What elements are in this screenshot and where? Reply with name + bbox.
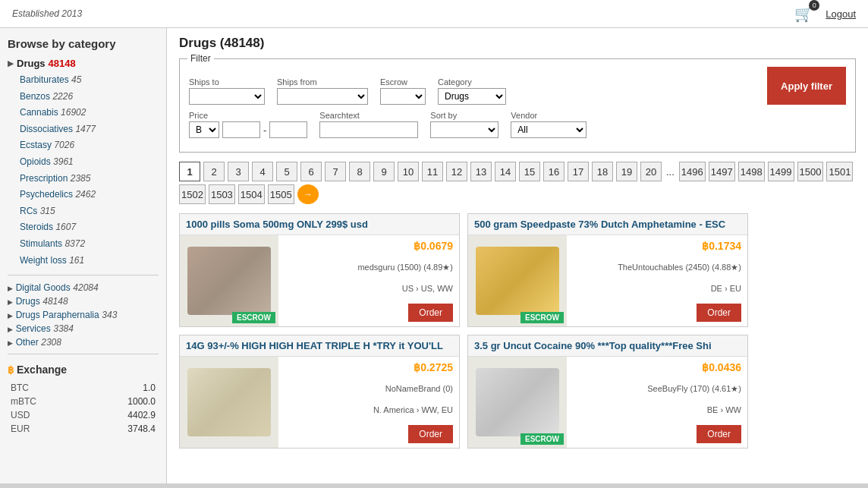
product-title[interactable]: 1000 pills Soma 500mg ONLY 299$ usd — [180, 214, 459, 235]
product-vendor[interactable]: TheUntouchables (2450) (4.88★) — [573, 263, 741, 272]
product-title[interactable]: 500 gram Speedpaste 73% Dutch Amphetamin… — [468, 214, 747, 235]
escrow-select[interactable] — [380, 88, 426, 105]
price-max-input[interactable] — [269, 121, 307, 138]
category-select[interactable]: Drugs — [438, 88, 506, 105]
sidebar-other-cat-drugs-paraphernalia[interactable]: ▶ Drugs Paraphernalia 343 — [8, 309, 159, 320]
price-currency-select[interactable]: B — [189, 121, 219, 138]
price-inputs: B - — [189, 121, 307, 138]
page-btn-13[interactable]: 13 — [470, 162, 492, 181]
page-btn-1505[interactable]: 1505 — [268, 184, 294, 204]
sidebar-divider-2 — [8, 354, 159, 354]
sidebar-subcat-stimulants[interactable]: Stimulants 8372 — [20, 236, 159, 253]
product-image: ESCROW — [180, 235, 278, 326]
exchange-row-eur: EUR3748.4 — [9, 423, 157, 435]
page-btn-6[interactable]: 6 — [300, 162, 322, 181]
product-title[interactable]: 3.5 gr Uncut Cocaine 90% ***Top quality*… — [468, 335, 747, 357]
sidebar-subcat-dissociatives[interactable]: Dissociatives 1477 — [20, 121, 159, 138]
page-btn-4[interactable]: 4 — [252, 162, 273, 181]
product-ships: BE › WW — [573, 405, 741, 414]
sidebar-other-cat-drugs[interactable]: ▶ Drugs 48148 — [8, 295, 159, 307]
page-btn-1502[interactable]: 1502 — [179, 184, 206, 204]
price-min-input[interactable] — [222, 121, 260, 138]
sidebar-other-cat-services[interactable]: ▶ Services 3384 — [8, 323, 159, 334]
ships-from-select[interactable] — [277, 88, 368, 105]
exchange-box: ฿ Exchange BTC1.0mBTC1000.0USD4402.9EUR3… — [8, 364, 159, 436]
page-btn-1[interactable]: 1 — [179, 162, 200, 181]
page-btn-5[interactable]: 5 — [276, 162, 297, 181]
product-vendor[interactable]: NoNameBrand (0) — [285, 384, 453, 393]
order-button[interactable]: Order — [697, 425, 741, 443]
searchtext-input[interactable] — [319, 121, 418, 138]
product-title[interactable]: 14G 93+/-% HIGH HIGH HEAT TRIPLE H *TRY … — [180, 335, 459, 357]
ships-from-label: Ships from — [277, 77, 368, 87]
sidebar-subcat-psychedelics[interactable]: Psychedelics 2462 — [20, 187, 159, 203]
other-arrow: ▶ — [8, 285, 13, 292]
page-btn-1503[interactable]: 1503 — [209, 184, 235, 204]
page-btn-14[interactable]: 14 — [495, 162, 516, 181]
page-btn-1500[interactable]: 1500 — [797, 162, 824, 181]
price-group: Price B - — [189, 111, 307, 138]
page-btn-1504[interactable]: 1504 — [238, 184, 265, 204]
logout-button[interactable]: Logout — [826, 8, 856, 20]
page-btn-18[interactable]: 18 — [592, 162, 613, 181]
vendor-group: Vendor All — [511, 111, 587, 138]
sidebar-subcat-rcs[interactable]: RCs 315 — [20, 203, 159, 220]
apply-filter-button[interactable]: Apply filter — [767, 67, 846, 105]
product-card: 14G 93+/-% HIGH HIGH HEAT TRIPLE H *TRY … — [179, 335, 460, 449]
sidebar-subcat-barbiturates[interactable]: Barbiturates 45 — [20, 72, 159, 89]
cart-icon[interactable]: 🛒 0 — [794, 5, 813, 23]
page-btn-10[interactable]: 10 — [398, 162, 419, 181]
sidebar-other-cat-other[interactable]: ▶ Other 2308 — [8, 336, 159, 348]
product-price: ฿0.0679 — [285, 240, 453, 252]
other-cat-name: Services — [16, 323, 51, 334]
page-btn-1501[interactable]: 1501 — [826, 162, 853, 181]
pagination-next-arrow[interactable]: → — [297, 184, 319, 204]
sort-by-select[interactable] — [430, 121, 498, 138]
page-btn-15[interactable]: 15 — [519, 162, 540, 181]
subcat-name: Ecstasy — [20, 140, 52, 150]
page-btn-17[interactable]: 17 — [568, 162, 589, 181]
page-btn-9[interactable]: 9 — [373, 162, 395, 181]
sidebar-subcat-opioids[interactable]: Opioids 3961 — [20, 154, 159, 171]
sidebar-other-cat-digital-goods[interactable]: ▶ Digital Goods 42084 — [8, 282, 159, 293]
page-btn-2[interactable]: 2 — [203, 162, 225, 181]
sidebar-subcat-cannabis[interactable]: Cannabis 16902 — [20, 105, 159, 121]
page-btn-7[interactable]: 7 — [325, 162, 346, 181]
other-cat-name: Drugs Paraphernalia — [16, 310, 99, 320]
subcat-name: Steroids — [20, 222, 53, 232]
sidebar-subcat-ecstasy[interactable]: Ecstasy 7026 — [20, 137, 159, 154]
page-btn-16[interactable]: 16 — [543, 162, 565, 181]
order-button[interactable]: Order — [697, 304, 741, 322]
vendor-select[interactable]: All — [511, 121, 587, 138]
exchange-row-usd: USD4402.9 — [9, 409, 157, 421]
page-btn-20[interactable]: 20 — [640, 162, 662, 181]
subcat-count: 2385 — [71, 173, 91, 184]
ships-to-select[interactable] — [189, 88, 265, 105]
order-button[interactable]: Order — [408, 304, 453, 322]
subcat-name: Psychedelics — [20, 189, 73, 200]
page-btn-19[interactable]: 19 — [616, 162, 637, 181]
other-cat-name: Other — [16, 337, 39, 348]
product-vendor[interactable]: SeeBuyFly (170) (4.61★) — [573, 384, 741, 394]
page-btn-3[interactable]: 3 — [228, 162, 249, 181]
page-title: Drugs (48148) — [179, 36, 856, 51]
category-group: Category Drugs — [438, 77, 506, 105]
order-button[interactable]: Order — [408, 425, 453, 443]
page-btn-8[interactable]: 8 — [349, 162, 370, 181]
page-btn-1498[interactable]: 1498 — [738, 162, 765, 181]
sidebar-item-drugs[interactable]: ▶ Drugs 48148 — [8, 58, 159, 69]
sidebar-subcat-benzos[interactable]: Benzos 2226 — [20, 89, 159, 105]
subcat-name: Stimulants — [20, 238, 62, 249]
sidebar-subcat-prescription[interactable]: Prescription 2385 — [20, 171, 159, 187]
product-body: ESCROW ฿0.0679 medsguru (1500) (4.89★) U… — [180, 235, 459, 326]
page-btn-1499[interactable]: 1499 — [768, 162, 794, 181]
btc-price: ฿0.1734 — [702, 240, 741, 252]
product-vendor[interactable]: medsguru (1500) (4.89★) — [285, 263, 453, 272]
page-btn-1497[interactable]: 1497 — [709, 162, 735, 181]
page-btn-1496[interactable]: 1496 — [679, 162, 706, 181]
sidebar-subcat-weight-loss[interactable]: Weight loss 161 — [20, 253, 159, 269]
page-btn-12[interactable]: 12 — [446, 162, 467, 181]
page-btn-11[interactable]: 11 — [422, 162, 443, 181]
escrow-badge: ESCROW — [520, 433, 564, 445]
sidebar-subcat-steroids[interactable]: Steroids 1607 — [20, 219, 159, 236]
